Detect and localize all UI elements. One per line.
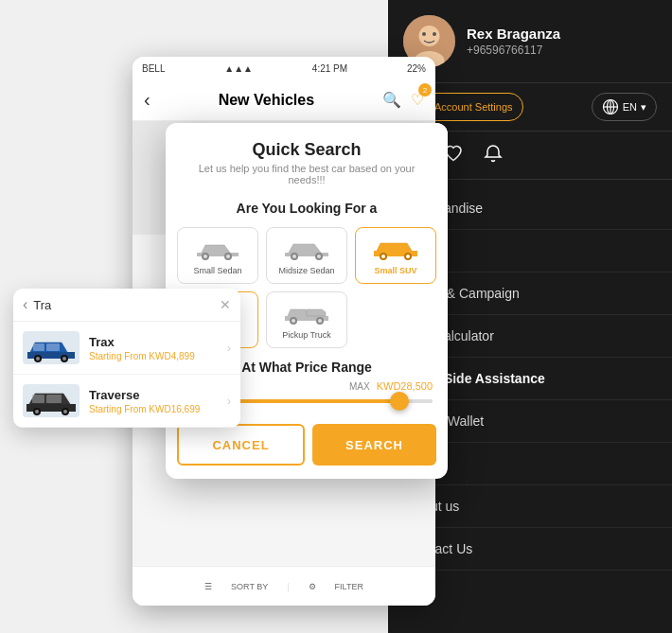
- svg-point-21: [317, 255, 321, 258]
- svg-point-31: [292, 319, 295, 323]
- globe-icon: [602, 98, 619, 115]
- cancel-button[interactable]: CANCEL: [177, 424, 305, 466]
- svg-point-15: [203, 255, 207, 258]
- car-type-section-title: Are You Looking For a: [166, 193, 448, 227]
- trax-info: Trax Starting From KWD4,899: [89, 335, 218, 361]
- sort-label[interactable]: SORT BY: [231, 582, 268, 591]
- slider-thumb-right[interactable]: [390, 392, 409, 411]
- trax-name: Trax: [89, 335, 218, 349]
- autocomplete-item-traverse[interactable]: Traverse Starting From KWD16,699 ›: [13, 375, 240, 428]
- autocomplete-close-icon[interactable]: ✕: [220, 297, 231, 312]
- user-name: Rex Braganza: [467, 26, 657, 42]
- filter-separator: |: [287, 582, 289, 591]
- trax-arrow-icon: ›: [227, 342, 231, 355]
- notification-icon-wrap[interactable]: [483, 143, 504, 167]
- traverse-info: Traverse Starting From KWD16,699: [89, 388, 218, 414]
- bell-icon: [483, 143, 504, 164]
- signal-icon: ▲▲▲: [224, 63, 253, 74]
- small-suv-label: Small SUV: [374, 266, 416, 275]
- small-sedan-label: Small Sedan: [193, 266, 241, 275]
- car-option-small-sedan[interactable]: Small Sedan: [177, 227, 258, 284]
- autocomplete-panel: ‹ ✕ Trax Starting From KWD4,899 ›: [13, 289, 240, 428]
- traverse-price: Starting From KWD16,699: [89, 404, 218, 414]
- trax-thumbnail: [23, 331, 80, 364]
- user-phone: +96596766117: [467, 44, 657, 57]
- car-option-pickup[interactable]: Pickup Truck: [266, 291, 347, 348]
- search-back-icon[interactable]: ‹: [23, 296, 27, 313]
- battery-label: 22%: [407, 63, 426, 74]
- svg-point-25: [406, 255, 410, 258]
- small-sedan-icon: [192, 236, 243, 262]
- status-bar: BELL ▲▲▲ 4:21 PM 22%: [133, 57, 435, 79]
- traverse-name: Traverse: [89, 388, 218, 402]
- svg-point-35: [36, 357, 40, 360]
- small-suv-icon: [370, 236, 421, 262]
- screen-title: New Vehicles: [150, 92, 382, 109]
- autocomplete-input[interactable]: [33, 298, 214, 312]
- svg-rect-38: [33, 343, 44, 351]
- car-option-midsize-sedan[interactable]: Midsize Sedan: [266, 227, 347, 284]
- filter-label[interactable]: FILTER: [335, 582, 363, 591]
- filter-icon: ⚙: [309, 582, 316, 591]
- svg-point-19: [292, 255, 296, 258]
- back-button[interactable]: ‹: [144, 89, 150, 111]
- svg-point-4: [433, 32, 436, 36]
- midsize-sedan-label: Midsize Sedan: [278, 266, 334, 275]
- pickup-truck-icon: [281, 300, 332, 326]
- svg-point-3: [422, 32, 426, 36]
- traverse-arrow-icon: ›: [227, 395, 231, 408]
- search-icon[interactable]: 🔍: [382, 91, 401, 109]
- traverse-thumbnail: [23, 384, 80, 417]
- time-label: 4:21 PM: [312, 63, 347, 74]
- svg-rect-39: [46, 343, 60, 351]
- svg-point-37: [62, 357, 66, 360]
- wishlist-icon[interactable]: ♡ 2: [411, 91, 424, 109]
- pickup-label: Pickup Truck: [282, 330, 331, 340]
- svg-point-41: [35, 410, 39, 413]
- autocomplete-item-trax[interactable]: Trax Starting From KWD4,899 ›: [13, 322, 240, 375]
- user-info: Rex Braganza +96596766117: [467, 26, 657, 57]
- sort-icon: ☰: [204, 582, 212, 591]
- car-option-small-suv[interactable]: Small SUV: [355, 227, 436, 284]
- autocomplete-search-row: ‹ ✕: [13, 289, 240, 322]
- carrier-label: BELL: [142, 63, 165, 74]
- trax-price: Starting From KWD4,899: [89, 351, 218, 361]
- svg-point-23: [381, 255, 385, 258]
- svg-point-17: [226, 255, 230, 258]
- modal-actions: CANCEL SEARCH: [166, 424, 448, 479]
- svg-point-43: [63, 410, 67, 413]
- modal-header: Quick Search Let us help you find the be…: [166, 123, 448, 193]
- modal-title: Quick Search: [181, 140, 433, 160]
- svg-rect-44: [32, 395, 44, 403]
- modal-subtitle: Let us help you find the best car based …: [181, 163, 433, 185]
- lang-button[interactable]: EN ▾: [592, 93, 657, 121]
- wishlist-badge: 2: [418, 83, 432, 97]
- svg-point-33: [318, 319, 322, 323]
- app-bottom-bar: ☰ SORT BY | ⚙ FILTER: [133, 566, 435, 606]
- app-header: ‹ New Vehicles 🔍 ♡ 2: [133, 79, 435, 121]
- midsize-sedan-icon: [281, 236, 332, 262]
- search-button[interactable]: SEARCH: [312, 424, 436, 466]
- svg-rect-45: [46, 395, 62, 403]
